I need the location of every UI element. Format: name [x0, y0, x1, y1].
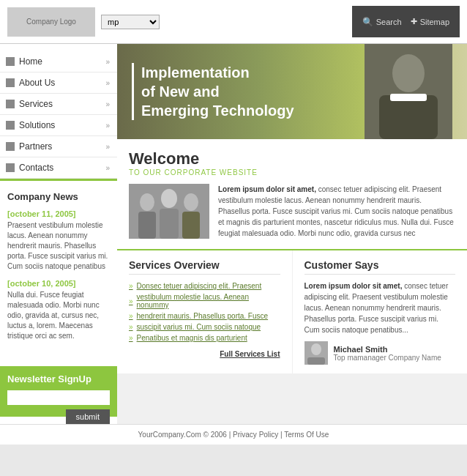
sidebar-item-contacts[interactable]: Contacts » [0, 157, 117, 179]
newsletter-input[interactable] [7, 390, 110, 405]
header: Company Logo mp 🔍 Search ✚ Sitemap [0, 0, 467, 44]
person-svg [365, 44, 452, 139]
service-text-3: hendrerit mauris. Phasellus porta. Fusce [137, 312, 269, 320]
sidebar-label-services: Services [19, 99, 53, 109]
svg-rect-2 [379, 95, 438, 139]
svg-rect-13 [307, 357, 325, 365]
footer-text: YourCompany.Com © 2006 | Privacy Policy … [138, 431, 329, 439]
services-nav-icon [6, 100, 15, 108]
sidebar-label-wrap-contacts: Contacts [6, 163, 105, 173]
full-services-link[interactable]: Full Services List [220, 350, 280, 358]
newsletter-title: Newsletter SignUp [7, 373, 110, 384]
welcome-subtitle: TO OUR CORPORATE WEBSITE [129, 168, 455, 176]
team-svg [129, 184, 209, 239]
sidebar-link-about[interactable]: About Us » [0, 72, 117, 93]
service-link-4[interactable]: » suscipit varius mi. Cum sociis natoque [129, 321, 280, 332]
sitemap-icon: ✚ [411, 17, 417, 26]
sidebar-item-services[interactable]: Services » [0, 94, 117, 115]
sidebar-label-wrap-home: Home [6, 56, 105, 67]
search-label: Search [376, 18, 402, 26]
search-button[interactable]: 🔍 Search [362, 17, 402, 27]
news-item-2: [october 10, 2005] Nulla dui. Fusce feug… [7, 279, 110, 341]
news-text-2: Nulla dui. Fusce feugiat malesuada odio.… [7, 290, 110, 341]
hero-line2: of New and [141, 83, 220, 100]
sidebar-link-contacts[interactable]: Contacts » [0, 157, 117, 178]
solutions-nav-icon [6, 121, 15, 130]
news-item-1: [october 11, 2005] Praesent vestibulum m… [7, 209, 110, 272]
company-news-title: Company News [7, 191, 110, 202]
newsletter-submit-button[interactable]: submit [66, 409, 110, 424]
customer-title: Top mamanager Company Name [334, 354, 441, 362]
svg-point-7 [161, 189, 177, 208]
service-text-1: Donsec tetuer adipiscing elit. Praesent [137, 282, 262, 290]
footer: YourCompany.Com © 2006 | Privacy Policy … [0, 424, 467, 445]
service-link-3[interactable]: » hendrerit mauris. Phasellus porta. Fus… [129, 310, 280, 321]
service-link-2[interactable]: » vestibulum molestie lacus. Aenean nonu… [129, 291, 280, 310]
welcome-body-text: Lorem ipsum dolor sit amet, consec tetue… [218, 184, 455, 239]
welcome-team-image [129, 184, 209, 239]
service-link-5[interactable]: » Penatibus et magnis dis parturient [129, 332, 280, 343]
sidebar-link-solutions[interactable]: Solutions » [0, 115, 117, 135]
svg-point-12 [311, 343, 321, 355]
sidebar-nav: Home » About Us » [0, 51, 117, 179]
service-arrow-5: » [129, 334, 133, 342]
sidebar-label-wrap-services: Services [6, 99, 105, 109]
customer-info: Michael Smith Top mamanager Company Name [334, 345, 441, 362]
hero-line3: Emerging Technology [141, 103, 294, 119]
sidebar-link-services[interactable]: Services » [0, 94, 117, 114]
newsletter: Newsletter SignUp submit [0, 366, 117, 417]
welcome-text-intro: Lorem ipsum dolor sit amet, [218, 185, 316, 193]
news-date-1: [october 11, 2005] [7, 209, 110, 218]
customer-profile: Michael Smith Top mamanager Company Name [305, 341, 456, 365]
svg-point-1 [392, 54, 425, 92]
services-overview-title: Services Overview [129, 259, 280, 275]
service-link-1[interactable]: » Donsec tetuer adipiscing elit. Praesen… [129, 280, 280, 291]
chevron-right-icon: » [105, 58, 110, 66]
search-icon: 🔍 [362, 17, 373, 27]
sidebar: Home » About Us » [0, 44, 117, 424]
sidebar-item-solutions[interactable]: Solutions » [0, 115, 117, 136]
service-text-4: suscipit varius mi. Cum sociis natoque [137, 323, 261, 331]
logo-text: Company Logo [26, 18, 76, 26]
about-nav-icon [6, 78, 15, 87]
sidebar-link-home[interactable]: Home » [0, 51, 117, 72]
customer-avatar [305, 341, 328, 365]
sidebar-label-wrap-solutions: Solutions [6, 120, 105, 130]
sidebar-item-about[interactable]: About Us » [0, 72, 117, 94]
svg-rect-6 [138, 212, 156, 239]
hero-banner: Implementation of New and Emerging Techn… [117, 44, 467, 139]
customer-says-title: Customer Says [305, 259, 456, 275]
main-layout: Home » About Us » [0, 44, 467, 424]
customer-quote: Lorem ipsum dolor sit amet, consec tetue… [305, 280, 456, 335]
welcome-content: Lorem ipsum dolor sit amet, consec tetue… [129, 184, 455, 239]
svg-rect-10 [182, 212, 200, 239]
hero-line1: Implementation [141, 64, 250, 81]
chevron-right-icon-4: » [105, 122, 110, 130]
svg-point-5 [140, 193, 154, 211]
svg-rect-8 [160, 209, 179, 239]
full-services-link-wrap: Full Services List [129, 349, 280, 358]
main-content: Implementation of New and Emerging Techn… [117, 44, 467, 424]
service-arrow-1: » [129, 282, 133, 290]
sitemap-button[interactable]: ✚ Sitemap [411, 17, 449, 26]
sidebar-item-home[interactable]: Home » [0, 51, 117, 72]
header-dropdown[interactable]: mp [101, 15, 160, 29]
logo: Company Logo [7, 7, 95, 37]
avatar-svg [305, 341, 328, 365]
home-nav-icon [6, 57, 15, 66]
service-text-5: Penatibus et magnis dis parturient [137, 334, 247, 342]
chevron-right-icon-6: » [105, 164, 110, 172]
customer-says: Customer Says Lorem ipsum dolor sit amet… [293, 250, 468, 373]
header-right: 🔍 Search ✚ Sitemap [352, 6, 460, 37]
sidebar-label-wrap-partners: Partners [6, 141, 105, 152]
lower-sections: Services Overview » Donsec tetuer adipis… [117, 250, 467, 373]
hero-text: Implementation of New and Emerging Techn… [132, 63, 294, 120]
sidebar-item-partners[interactable]: Partners » [0, 136, 117, 157]
sidebar-label-partners: Partners [19, 141, 52, 152]
welcome-section: Welcome TO OUR CORPORATE WEBSITE [117, 139, 467, 249]
partners-nav-icon [6, 142, 15, 151]
sidebar-link-partners[interactable]: Partners » [0, 136, 117, 157]
sidebar-label-wrap-about: About Us [6, 78, 105, 88]
service-arrow-2: » [129, 297, 133, 305]
company-news: Company News [october 11, 2005] Praesent… [0, 179, 117, 359]
